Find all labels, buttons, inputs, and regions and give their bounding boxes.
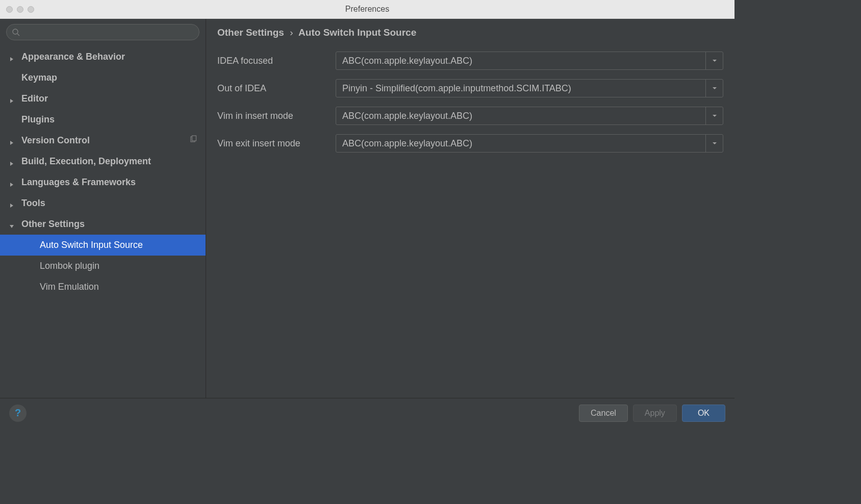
project-level-icon [189,135,197,146]
sidebar-item-languages-frameworks[interactable]: Languages & Frameworks [0,172,206,193]
apply-button[interactable]: Apply [633,405,677,422]
sidebar-item-label: Languages & Frameworks [21,177,136,188]
dropdown-value: Pinyin - Simplified(com.apple.inputmetho… [342,83,571,94]
chevron-down-icon [705,135,723,152]
dropdown-out-of-idea[interactable]: Pinyin - Simplified(com.apple.inputmetho… [336,79,723,97]
breadcrumb-separator: › [290,27,293,38]
settings-tree: Appearance & BehaviorKeymapEditorPlugins… [0,44,206,398]
sidebar-item-lombok-plugin[interactable]: Lombok plugin [0,256,206,276]
sidebar-item-label: Editor [21,93,48,104]
svg-rect-3 [192,136,196,141]
sidebar-item-appearance-behavior[interactable]: Appearance & Behavior [0,46,206,67]
close-window-button[interactable] [6,6,13,13]
form-label: IDEA focused [217,56,336,66]
sidebar-item-label: Lombok plugin [40,261,99,271]
traffic-lights [6,6,34,13]
dropdown-vim-in-insert-mode[interactable]: ABC(com.apple.keylayout.ABC) [336,107,723,125]
form-row: Vim in insert modeABC(com.apple.keylayou… [217,107,723,125]
chevron-down-icon [9,221,16,228]
sidebar-item-vim-emulation[interactable]: Vim Emulation [0,276,206,297]
dropdown-idea-focused[interactable]: ABC(com.apple.keylayout.ABC) [336,52,723,70]
svg-line-1 [17,34,19,36]
chevron-down-icon [705,52,723,69]
form-row: Out of IDEAPinyin - Simplified(com.apple… [217,79,723,97]
chevron-right-icon [9,200,16,207]
sidebar-item-build-execution-deployment[interactable]: Build, Execution, Deployment [0,151,206,172]
sidebar-item-label: Plugins [21,114,55,125]
footer: ? Cancel Apply OK [0,398,735,427]
cancel-button[interactable]: Cancel [579,405,628,422]
sidebar-item-other-settings[interactable]: Other Settings [0,214,206,235]
chevron-down-icon [705,107,723,124]
window-title: Preferences [345,5,389,14]
chevron-right-icon [9,95,16,103]
dropdown-value: ABC(com.apple.keylayout.ABC) [342,56,472,66]
zoom-window-button[interactable] [28,6,34,13]
sidebar-item-plugins[interactable]: Plugins [0,109,206,130]
form-label: Vim exit insert mode [217,138,336,149]
dropdown-value: ABC(com.apple.keylayout.ABC) [342,111,472,121]
chevron-down-icon [705,80,723,97]
sidebar-item-editor[interactable]: Editor [0,88,206,109]
search-input[interactable] [23,28,194,37]
ok-button[interactable]: OK [682,405,725,422]
minimize-window-button[interactable] [17,6,23,13]
form-row: Vim exit insert modeABC(com.apple.keylay… [217,134,723,153]
breadcrumb-parent: Other Settings [217,27,284,38]
help-button[interactable]: ? [9,405,27,422]
sidebar-item-keymap[interactable]: Keymap [0,67,206,88]
sidebar-item-label: Version Control [21,135,90,146]
sidebar-item-auto-switch-input-source[interactable]: Auto Switch Input Source [0,235,206,256]
breadcrumb: Other Settings › Auto Switch Input Sourc… [217,27,723,38]
sidebar-item-label: Appearance & Behavior [21,52,125,62]
form-row: IDEA focusedABC(com.apple.keylayout.ABC) [217,52,723,70]
dropdown-value: ABC(com.apple.keylayout.ABC) [342,138,472,149]
titlebar: Preferences [0,0,735,19]
svg-point-0 [13,29,18,34]
settings-form: IDEA focusedABC(com.apple.keylayout.ABC)… [217,52,723,162]
search-box[interactable] [6,24,199,40]
chevron-right-icon [9,54,16,61]
sidebar-item-label: Tools [21,198,45,209]
main-panel: Other Settings › Auto Switch Input Sourc… [206,19,735,398]
form-label: Out of IDEA [217,83,336,94]
sidebar-item-label: Build, Execution, Deployment [21,156,151,167]
sidebar-item-label: Vim Emulation [40,282,99,292]
sidebar-item-label: Auto Switch Input Source [40,240,143,250]
chevron-right-icon [9,158,16,165]
form-label: Vim in insert mode [217,111,336,121]
sidebar: Appearance & BehaviorKeymapEditorPlugins… [0,19,206,398]
sidebar-item-label: Keymap [21,72,57,83]
breadcrumb-current: Auto Switch Input Source [298,27,416,38]
sidebar-item-tools[interactable]: Tools [0,193,206,214]
chevron-right-icon [9,179,16,186]
search-icon [12,28,20,36]
sidebar-item-version-control[interactable]: Version Control [0,130,206,151]
sidebar-item-label: Other Settings [21,219,85,230]
dropdown-vim-exit-insert-mode[interactable]: ABC(com.apple.keylayout.ABC) [336,134,723,153]
chevron-right-icon [9,137,16,144]
